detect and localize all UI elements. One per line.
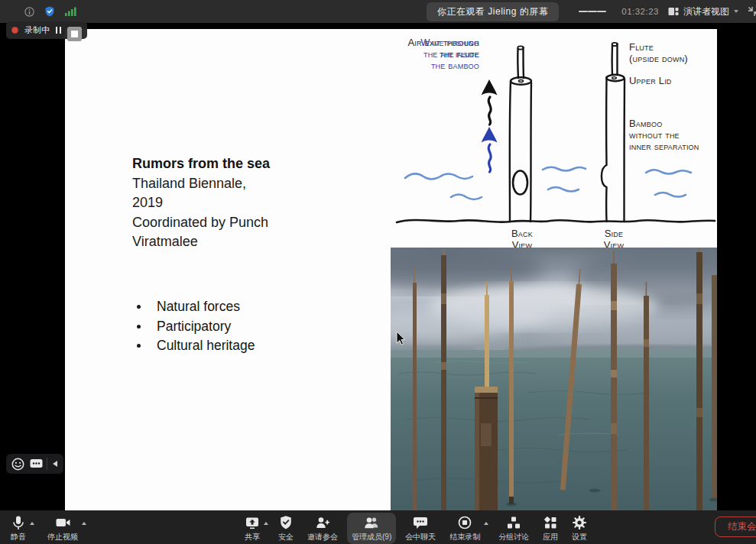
breakout-rooms-button[interactable]: 分组讨论 (494, 513, 534, 544)
manage-participants-button[interactable]: 管理成员(9) (347, 513, 396, 544)
mouse-pointer-icon (396, 332, 405, 345)
meeting-top-bar: 你正在观看 Jieling 的屏幕 01:32:23 演讲者视图 (0, 0, 756, 23)
wave-push-arrow (482, 127, 498, 172)
slide-bullet-list: Natural forces Participatory Cultural he… (134, 297, 333, 356)
flute-label: Flute (upside down) (629, 41, 715, 64)
list-item: Cultural heritage (134, 336, 333, 356)
info-icon[interactable] (24, 7, 34, 17)
smiley-reaction-button[interactable] (8, 455, 27, 472)
slide-subtitle-line: Viratmalee (132, 232, 331, 252)
stop-recording-button[interactable] (67, 27, 82, 41)
speaker-view-label: 演讲者视图 (683, 5, 729, 18)
participants-icon (363, 515, 380, 530)
security-shield-icon (278, 515, 294, 530)
ground-line (397, 220, 715, 222)
share-options-caret[interactable] (264, 522, 268, 525)
slide-text-block: Rumors from the sea Thailand Biennale, 2… (132, 154, 331, 252)
zoom-meeting-window: 你正在观看 Jieling 的屏幕 01:32:23 演讲者视图 Rumors … (0, 0, 756, 544)
sky (391, 248, 717, 355)
video-options-caret[interactable] (82, 522, 86, 525)
wave-marks (405, 167, 691, 199)
recording-label: 录制中 (24, 24, 50, 36)
bamboo-poles-sea-photo (391, 248, 717, 510)
slide-title: Rumors from the sea (132, 154, 331, 174)
chat-button[interactable]: 会中聊天 (401, 513, 440, 544)
apps-button[interactable]: 应用 (538, 513, 563, 544)
microphone-icon (11, 515, 26, 530)
exit-fullscreen-icon[interactable] (748, 6, 756, 17)
screen-share-icon (245, 515, 260, 530)
shared-screen-stage: Rumors from the sea Thailand Biennale, 2… (0, 23, 756, 510)
divider (47, 458, 47, 470)
video-camera-icon (55, 515, 71, 530)
bamboo-flute-diagram: Air exit through the flute Wave pushing … (386, 37, 717, 255)
chevron-down-icon (734, 10, 738, 13)
collapse-left-icon (53, 461, 57, 467)
pause-recording-button[interactable] (56, 27, 61, 34)
meeting-toolbar: 静音 停止视频 共享 (0, 510, 756, 544)
share-screen-button[interactable]: 共享 (240, 513, 264, 544)
side-view-tube (602, 43, 625, 222)
apps-grid-icon (543, 515, 558, 530)
security-button[interactable]: 安全 (274, 513, 298, 544)
encryption-shield-icon[interactable] (44, 6, 55, 17)
list-item: Natural forces (134, 297, 333, 317)
collapse-left-button[interactable] (49, 455, 61, 472)
reactions-bar (6, 454, 63, 474)
bullet-icon (137, 344, 141, 348)
speaker-view-icon (668, 7, 679, 16)
meeting-info-icons (24, 0, 76, 23)
upper-lid-label: Upper Lid (629, 75, 715, 86)
mute-options-caret[interactable] (30, 522, 34, 525)
settings-button[interactable]: 设置 (567, 513, 592, 544)
slide-subtitle-line: 2019 (132, 193, 331, 213)
recording-indicator: 录制中 (6, 21, 87, 39)
mute-button[interactable]: 静音 (6, 513, 31, 544)
network-signal-icon[interactable] (65, 7, 76, 16)
wave-pushing-label: Wave pushing the air inside the bamboo (386, 37, 479, 71)
breakout-rooms-icon (506, 515, 521, 530)
stop-video-button[interactable]: 停止视频 (43, 513, 83, 544)
chat-bubble-icon (413, 515, 428, 530)
sea (391, 350, 717, 510)
slide-subtitle-line: Coordinated by Punch (132, 213, 331, 233)
bamboo-label: Bamboo without the inner separation (629, 118, 717, 152)
slide-subtitle-line: Thailand Biennale, (132, 174, 331, 194)
presentation-slide: Rumors from the sea Thailand Biennale, 2… (65, 29, 717, 510)
bullet-icon (137, 325, 141, 329)
captions-icon[interactable] (27, 455, 45, 472)
recording-dot-icon (11, 27, 18, 34)
meeting-timer: 01:32:23 (621, 7, 659, 16)
back-view-tube (510, 46, 531, 222)
air-exit-arrow (482, 79, 498, 125)
watching-screen-label: 你正在观看 Jieling 的屏幕 (427, 2, 559, 21)
end-meeting-button[interactable]: 结束会议 (715, 516, 756, 537)
settings-gear-icon (572, 515, 587, 530)
bullet-icon (137, 305, 141, 309)
stop-record-button[interactable]: 结束录制 (445, 513, 485, 544)
invite-participants-button[interactable]: 邀请参会 (303, 513, 342, 544)
invite-person-icon (315, 515, 330, 530)
stop-recording-icon (457, 515, 472, 530)
list-item: Participatory (134, 317, 333, 337)
speaker-view-button[interactable]: 演讲者视图 (668, 5, 738, 18)
options-icon[interactable] (579, 9, 606, 14)
record-options-caret[interactable] (484, 522, 488, 525)
